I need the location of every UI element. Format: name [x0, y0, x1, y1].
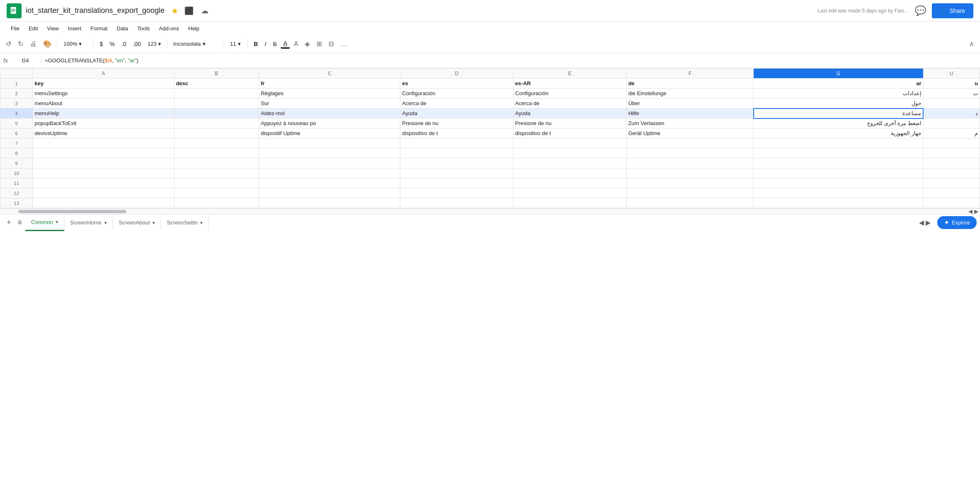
- cell-B9[interactable]: [174, 158, 259, 168]
- cell-D9[interactable]: [400, 158, 513, 168]
- col-header-U[interactable]: U: [923, 69, 980, 79]
- share-button[interactable]: 👤 Share: [932, 3, 973, 18]
- cell-reference[interactable]: G4: [13, 57, 38, 64]
- zoom-select[interactable]: 100% ▾: [61, 40, 90, 48]
- cell-H3[interactable]: [923, 99, 980, 108]
- cell-G4[interactable]: مساعدة: [754, 108, 923, 118]
- borders-button[interactable]: ⊞: [314, 38, 324, 49]
- redo-button[interactable]: ↻: [15, 38, 26, 49]
- cell-D12[interactable]: [400, 188, 513, 198]
- menu-insert[interactable]: Insert: [64, 24, 86, 33]
- cell-E9[interactable]: [513, 158, 626, 168]
- cell-H1[interactable]: u: [923, 79, 980, 89]
- cell-B11[interactable]: [174, 178, 259, 188]
- sheet-tab-screenabout[interactable]: ScreenAbout ▾: [113, 214, 161, 231]
- cell-A7[interactable]: [33, 138, 174, 148]
- cell-H8[interactable]: [923, 148, 980, 158]
- col-header-G[interactable]: G: [754, 69, 923, 79]
- horizontal-scrollbar[interactable]: ◀ ▶: [0, 208, 980, 214]
- cell-E2[interactable]: Configuración: [513, 89, 626, 99]
- add-sheet-button[interactable]: +: [3, 217, 15, 229]
- cell-C1[interactable]: fr: [259, 79, 400, 89]
- cell-D11[interactable]: [400, 178, 513, 188]
- cell-B5[interactable]: [174, 118, 259, 128]
- cell-G6[interactable]: جهاز الجهوزية: [754, 128, 923, 138]
- sheet-tab-screenhome[interactable]: ScreenHome ▾: [64, 214, 113, 231]
- decimal-increase-button[interactable]: .00: [130, 40, 143, 48]
- cell-D13[interactable]: [400, 198, 513, 208]
- cell-D5[interactable]: Presione de nu: [400, 118, 513, 128]
- cell-D1[interactable]: es: [400, 79, 513, 89]
- cell-B8[interactable]: [174, 148, 259, 158]
- cell-F5[interactable]: Zum Verlassen: [626, 118, 753, 128]
- cell-G7[interactable]: [754, 138, 923, 148]
- chat-icon[interactable]: 💬: [915, 5, 926, 16]
- cell-H10[interactable]: [923, 168, 980, 178]
- cell-D3[interactable]: Acerca de: [400, 99, 513, 108]
- fill-color-button[interactable]: ◈: [302, 38, 312, 49]
- cell-G3[interactable]: حول: [754, 99, 923, 108]
- cell-C8[interactable]: [259, 148, 400, 158]
- cell-B1[interactable]: desc: [174, 79, 259, 89]
- cell-A8[interactable]: [33, 148, 174, 158]
- text-color-button[interactable]: A: [292, 39, 301, 49]
- cell-E7[interactable]: [513, 138, 626, 148]
- cloud-icon[interactable]: ☁: [199, 5, 210, 17]
- cell-F4[interactable]: Hilfe: [626, 108, 753, 118]
- cell-C9[interactable]: [259, 158, 400, 168]
- cell-E3[interactable]: Acerca de: [513, 99, 626, 108]
- all-sheets-button[interactable]: ≡: [15, 217, 26, 229]
- cell-D6[interactable]: dispositivo de t: [400, 128, 513, 138]
- strikethrough-button[interactable]: S: [270, 40, 279, 48]
- menu-addons[interactable]: Add-ons: [155, 24, 183, 33]
- col-header-C[interactable]: C: [259, 69, 400, 79]
- cell-H12[interactable]: [923, 188, 980, 198]
- cell-C5[interactable]: Appuyez à nouveau po: [259, 118, 400, 128]
- star-icon[interactable]: ★: [171, 6, 179, 16]
- cell-G2[interactable]: إعدادات: [754, 89, 923, 99]
- cell-G12[interactable]: [754, 188, 923, 198]
- sheet-tab-screenhome-arrow[interactable]: ▾: [104, 220, 107, 226]
- menu-help[interactable]: Help: [184, 24, 203, 33]
- tab-nav-right[interactable]: ▶: [926, 219, 931, 227]
- font-select[interactable]: Inconsolata ▾: [171, 40, 220, 48]
- cell-G11[interactable]: [754, 178, 923, 188]
- col-header-B[interactable]: B: [174, 69, 259, 79]
- cell-H6[interactable]: م: [923, 128, 980, 138]
- col-header-D[interactable]: D: [400, 69, 513, 79]
- cell-D7[interactable]: [400, 138, 513, 148]
- cell-E11[interactable]: [513, 178, 626, 188]
- cell-F2[interactable]: die Einstellunge: [626, 89, 753, 99]
- decimal-decrease-button[interactable]: .0: [119, 40, 129, 48]
- cell-D10[interactable]: [400, 168, 513, 178]
- cell-C6[interactable]: dispositif Uptime: [259, 128, 400, 138]
- drive-icon[interactable]: ⬛: [183, 5, 195, 17]
- cell-H11[interactable]: [923, 178, 980, 188]
- cell-A10[interactable]: [33, 168, 174, 178]
- cell-G8[interactable]: [754, 148, 923, 158]
- col-header-F[interactable]: F: [626, 69, 753, 79]
- cell-A3[interactable]: menuAbout: [33, 99, 174, 108]
- cell-E8[interactable]: [513, 148, 626, 158]
- cell-E12[interactable]: [513, 188, 626, 198]
- sheet-tab-screenabout-arrow[interactable]: ▾: [152, 220, 155, 226]
- cell-H4[interactable]: د: [923, 108, 980, 118]
- cell-E4[interactable]: Ayuda: [513, 108, 626, 118]
- scroll-right-icon[interactable]: ▶: [974, 208, 978, 214]
- cell-F12[interactable]: [626, 188, 753, 198]
- cell-H13[interactable]: [923, 198, 980, 208]
- merge-cells-button[interactable]: ⊟: [326, 38, 336, 49]
- cell-B13[interactable]: [174, 198, 259, 208]
- cell-H2[interactable]: ت: [923, 89, 980, 99]
- cell-C2[interactable]: Réglages: [259, 89, 400, 99]
- sheet-tab-common-arrow[interactable]: ▾: [56, 219, 58, 225]
- cell-A12[interactable]: [33, 188, 174, 198]
- cell-E13[interactable]: [513, 198, 626, 208]
- cell-B4[interactable]: [174, 108, 259, 118]
- cell-A9[interactable]: [33, 158, 174, 168]
- cell-C13[interactable]: [259, 198, 400, 208]
- print-button[interactable]: 🖨: [27, 39, 39, 49]
- cell-H9[interactable]: [923, 158, 980, 168]
- tab-nav-left[interactable]: ◀: [919, 219, 924, 227]
- cell-B7[interactable]: [174, 138, 259, 148]
